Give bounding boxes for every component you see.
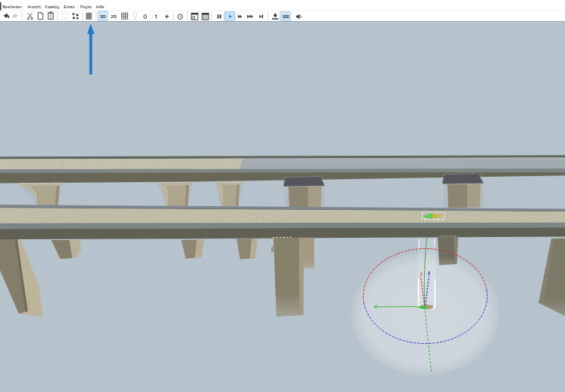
svg-text:Ansicht: Ansicht xyxy=(28,5,41,9)
svg-text:Extras: Extras xyxy=(64,5,75,9)
svg-text:Hilfe: Hilfe xyxy=(96,5,105,9)
svg-text:3D: 3D xyxy=(99,14,105,19)
svg-text:2D: 2D xyxy=(111,14,117,19)
svg-text:Katalog: Katalog xyxy=(45,5,60,9)
svg-text:Plugins: Plugins xyxy=(81,5,92,9)
svg-text:x: x xyxy=(420,270,423,277)
svg-text:z: z xyxy=(428,269,431,276)
svg-text:Bearbeiten: Bearbeiten xyxy=(3,5,23,9)
